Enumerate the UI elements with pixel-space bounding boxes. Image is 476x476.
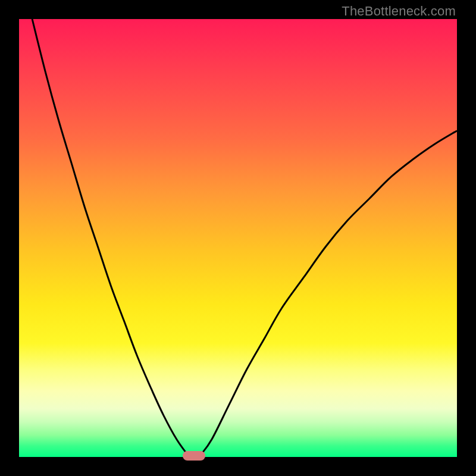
watermark-text: TheBottleneck.com bbox=[342, 4, 456, 19]
plot-area bbox=[19, 19, 457, 457]
bottleneck-curve bbox=[19, 19, 457, 457]
chart-frame: TheBottleneck.com bbox=[0, 0, 476, 476]
right-curve bbox=[201, 131, 457, 455]
left-curve bbox=[32, 19, 187, 455]
optimal-marker bbox=[183, 451, 205, 461]
